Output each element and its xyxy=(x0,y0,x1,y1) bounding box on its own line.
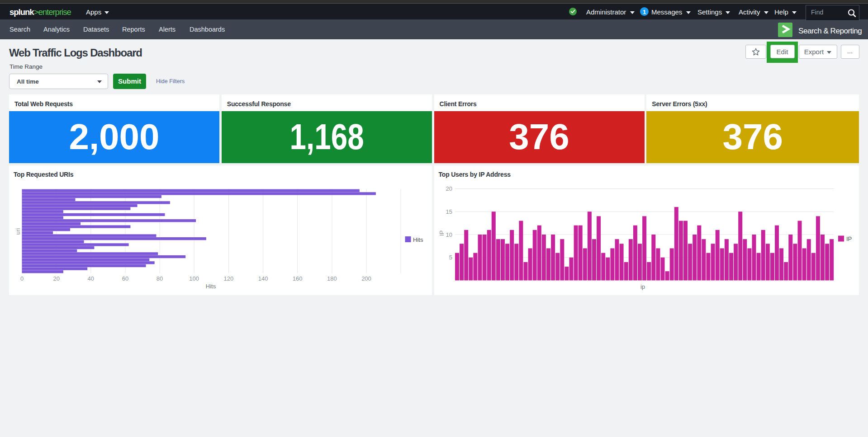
svg-text:40: 40 xyxy=(88,275,94,282)
svg-text:60: 60 xyxy=(122,275,128,282)
svg-text:0: 0 xyxy=(20,275,24,282)
svg-text:120: 120 xyxy=(224,275,234,282)
svg-text:20: 20 xyxy=(53,275,59,282)
svg-text:200: 200 xyxy=(361,275,371,282)
svg-text:10: 10 xyxy=(446,231,452,238)
svg-text:IP: IP xyxy=(846,235,852,242)
svg-text:ip: ip xyxy=(640,283,645,290)
svg-text:100: 100 xyxy=(189,275,199,282)
svg-text:uri: uri xyxy=(14,228,21,235)
svg-text:IP: IP xyxy=(438,230,445,236)
svg-text:Hits: Hits xyxy=(413,236,423,243)
svg-text:15: 15 xyxy=(446,208,452,215)
svg-text:140: 140 xyxy=(258,275,268,282)
svg-text:5: 5 xyxy=(449,254,452,261)
svg-text:180: 180 xyxy=(327,275,337,282)
svg-text:160: 160 xyxy=(293,275,303,282)
svg-text:20: 20 xyxy=(446,185,452,192)
svg-text:Hits: Hits xyxy=(206,283,216,290)
svg-text:80: 80 xyxy=(157,275,163,282)
